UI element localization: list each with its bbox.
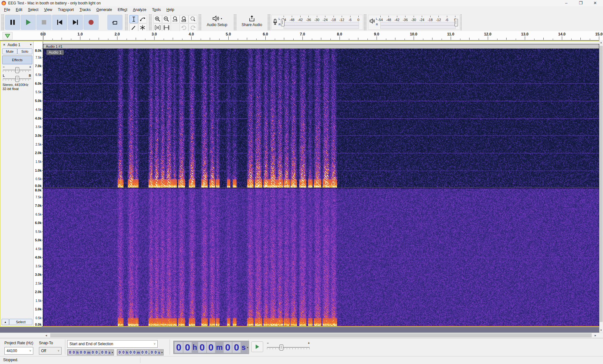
scroll-right-icon[interactable]: ▸ xyxy=(593,333,598,337)
scroll-left-icon[interactable]: ◂ xyxy=(44,333,49,337)
time-digit[interactable]: 0 xyxy=(133,350,136,355)
toolbar-grip[interactable] xyxy=(268,14,269,30)
toolbar-grip[interactable] xyxy=(235,14,236,30)
time-digit[interactable]: 0 xyxy=(129,350,132,355)
zoom-in-button[interactable] xyxy=(153,15,162,23)
time-digit[interactable]: 0 xyxy=(154,350,157,355)
envelope-tool-button[interactable] xyxy=(138,15,147,23)
time-digit[interactable]: . xyxy=(99,350,100,355)
time-digit[interactable]: . xyxy=(149,350,150,355)
zoom-toggle-button[interactable] xyxy=(188,15,197,23)
track-workspace[interactable]: ✕ Audio 1 ▼ Mute Solo Effects – + L R xyxy=(0,40,599,333)
toolbar-grip[interactable] xyxy=(365,14,367,30)
toolbar-grip[interactable] xyxy=(198,14,200,30)
time-digit[interactable]: 0 xyxy=(95,350,98,355)
time-digit[interactable]: 0 xyxy=(101,350,104,355)
menu-view[interactable]: View xyxy=(41,7,55,13)
loop-button[interactable] xyxy=(107,15,122,30)
mute-button[interactable]: Mute xyxy=(2,48,17,54)
chevron-down-icon[interactable]: ▾ xyxy=(112,351,113,354)
gain-slider[interactable]: – + xyxy=(2,65,32,73)
minimize-icon[interactable]: – xyxy=(561,0,572,6)
toolbar-grip[interactable] xyxy=(127,14,128,30)
toolbar-grip[interactable] xyxy=(200,14,201,30)
time-digit[interactable]: 0 xyxy=(183,342,192,353)
draw-tool-button[interactable] xyxy=(129,24,138,32)
zoom-out-button[interactable] xyxy=(162,15,171,23)
time-digit[interactable]: 0 xyxy=(224,342,232,353)
fit-project-button[interactable] xyxy=(180,15,188,23)
scroll-down-icon[interactable]: ▼ xyxy=(600,328,603,333)
time-digit[interactable]: 0 xyxy=(72,350,75,355)
close-icon[interactable]: ✕ xyxy=(590,0,600,6)
time-digit[interactable]: 0 xyxy=(122,350,125,355)
selection-end-time-field[interactable]: 00h00m00.00s▾ xyxy=(117,349,164,356)
effects-button[interactable]: Effects xyxy=(2,56,32,64)
time-digit[interactable]: 0 xyxy=(91,350,95,355)
recording-meter-volume-handle[interactable] xyxy=(281,19,285,26)
menu-transport[interactable]: Transport xyxy=(55,7,77,13)
scroll-up-icon[interactable]: ▲ xyxy=(600,40,603,45)
chevron-down-icon[interactable]: ▾ xyxy=(161,351,163,354)
spectrogram-channel-2[interactable] xyxy=(43,188,599,326)
toolbar-grip[interactable] xyxy=(1,14,3,30)
select-button[interactable]: Select xyxy=(9,319,32,325)
playback-meter-volume-handle[interactable] xyxy=(454,19,458,26)
horizontal-scrollbar-thumb[interactable] xyxy=(50,333,592,337)
play-at-speed-button[interactable] xyxy=(251,341,263,352)
stop-button[interactable] xyxy=(36,15,52,30)
toolbar-grip[interactable] xyxy=(3,14,4,30)
audio-position-time-display[interactable]: 00h00m00s▾ xyxy=(173,341,249,354)
time-digit[interactable]: 0 xyxy=(207,342,215,353)
time-digit[interactable]: 0 xyxy=(198,342,206,353)
trim-audio-button[interactable] xyxy=(153,24,162,32)
silence-audio-button[interactable] xyxy=(162,24,171,32)
time-digit[interactable]: 0 xyxy=(141,350,144,355)
menu-tracks[interactable]: Tracks xyxy=(77,7,94,13)
share-audio-button[interactable]: Share Audio xyxy=(239,14,265,29)
vertical-scrollbar-thumb[interactable] xyxy=(600,46,603,322)
audio-clip[interactable]: Audio 1 #1 Audio 1 xyxy=(43,41,599,326)
speed-slider-handle[interactable] xyxy=(280,345,283,351)
record-button[interactable] xyxy=(84,15,99,30)
menu-analyze[interactable]: Analyze xyxy=(130,7,149,13)
playback-meter[interactable]: LR-54-48-42-36-30-24-18-12-60 xyxy=(368,15,460,30)
restore-icon[interactable]: ❐ xyxy=(575,0,586,6)
time-digit[interactable]: 0 xyxy=(105,350,108,355)
selection-tool-button[interactable] xyxy=(129,15,138,23)
toolbar-grip[interactable] xyxy=(150,14,152,30)
multi-tool-button[interactable] xyxy=(138,24,147,32)
timeline-ruler[interactable]: 0.01.02.03.04.05.06.07.08.09.010.011.012… xyxy=(0,31,603,40)
solo-button[interactable]: Solo xyxy=(17,48,32,54)
time-digit[interactable]: 0 xyxy=(68,350,72,355)
time-digit[interactable]: 0 xyxy=(175,342,183,353)
time-digit[interactable]: 0 xyxy=(150,350,154,355)
audio-setup-button[interactable]: ▾Audio Setup xyxy=(204,14,231,29)
fit-selection-button[interactable] xyxy=(171,15,180,23)
time-digit[interactable]: 0 xyxy=(79,350,83,355)
menu-edit[interactable]: Edit xyxy=(13,7,25,13)
pan-slider[interactable]: L R xyxy=(2,74,32,82)
toolbar-grip[interactable] xyxy=(125,14,126,30)
selection-mode-combobox[interactable]: Start and End of Selection˅ xyxy=(67,340,158,348)
spectrogram-channel-1[interactable] xyxy=(43,49,599,188)
toolbar-grip[interactable] xyxy=(364,14,365,30)
project-rate-combobox[interactable]: 44100˅ xyxy=(4,347,33,355)
recording-meter[interactable]: LR-54-48-42-36-30-24-18-12-60 xyxy=(271,15,363,30)
menu-tools[interactable]: Tools xyxy=(149,7,164,13)
track-title-dropdown[interactable]: Audio 1 ▼ xyxy=(8,42,32,47)
selection-start-time-field[interactable]: 00h00m00.00s▾ xyxy=(67,349,114,356)
menu-select[interactable]: Select xyxy=(25,7,41,13)
menu-help[interactable]: Help xyxy=(164,7,177,13)
pause-button[interactable] xyxy=(5,15,20,30)
toolbar-grip[interactable] xyxy=(234,14,235,30)
play-button[interactable] xyxy=(21,15,36,30)
pan-slider-handle[interactable] xyxy=(15,76,19,82)
playback-speed-slider[interactable]: – + xyxy=(266,341,310,351)
frequency-ruler[interactable]: 8.0k7.5k7.0k6.5k6.0k5.5k5.0k4.5k4.0k3.5k… xyxy=(34,41,43,326)
menu-effect[interactable]: Effect xyxy=(115,7,130,13)
time-digit[interactable]: 0 xyxy=(145,350,148,355)
track-close-icon[interactable]: ✕ xyxy=(2,43,7,47)
toolbar-grip[interactable] xyxy=(269,14,270,30)
toolbar-grip[interactable] xyxy=(149,14,150,30)
